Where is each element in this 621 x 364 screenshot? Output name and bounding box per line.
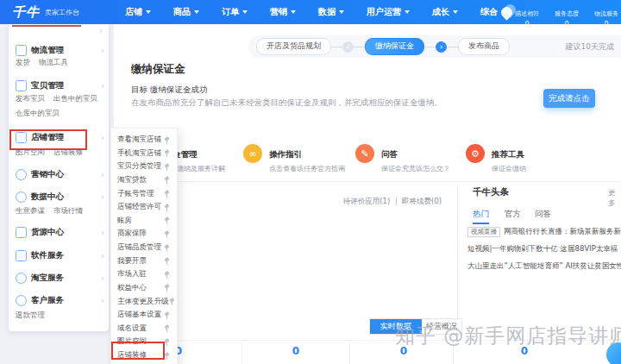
news-more-link[interactable]: 更多: [608, 188, 621, 209]
column-divider: [349, 342, 350, 364]
sidebar-link-publish-item[interactable]: 发布宝贝: [16, 94, 45, 104]
pin-icon[interactable]: [164, 230, 171, 238]
flyout-item-rights-center[interactable]: 权益中心: [111, 282, 177, 294]
pin-icon[interactable]: [164, 311, 171, 319]
sidebar-item-shop-management[interactable]: 店铺管理›: [16, 131, 104, 144]
news-tab-qa[interactable]: 问答: [535, 209, 551, 220]
pin-icon[interactable]: [164, 271, 171, 279]
flyout-item-entity-change[interactable]: 主体变更及升级: [111, 296, 177, 308]
sidebar: › 物流管理› 发货 物流工具 宝贝管理› 发布宝贝 出售中的宝贝 仓库中的宝贝…: [9, 24, 109, 331]
chevron-right-icon: ›: [101, 193, 104, 202]
flyout-item-quality-management[interactable]: 店铺品质管理: [111, 242, 177, 254]
flyout-item-merchant-protection[interactable]: 商家保障: [111, 228, 177, 240]
flyout-item-shop-decoration[interactable]: 店铺装修: [111, 349, 177, 361]
sidebar-link-ship[interactable]: 发货: [16, 58, 30, 68]
sidebar-link-refund-management[interactable]: 退款管理: [16, 311, 45, 321]
sidebar-link-image-space[interactable]: 图片空间: [16, 147, 45, 158]
flyout-item-domain-settings[interactable]: 域名设置: [111, 323, 177, 335]
nav-item-orders[interactable]: 订单: [210, 6, 259, 18]
box-icon: [16, 80, 27, 91]
sidebar-item-logistics[interactable]: 物流管理›: [16, 44, 104, 57]
news-tab-hot[interactable]: 热门: [473, 209, 489, 220]
flyout-item-view-taobao-shop[interactable]: 查看淘宝店铺: [111, 134, 177, 146]
pin-icon[interactable]: [164, 244, 171, 252]
pin-icon[interactable]: [164, 136, 171, 144]
flyout-item-mobile-taobao-shop[interactable]: 手机淘宝店铺: [111, 147, 177, 160]
pin-icon[interactable]: [164, 217, 171, 224]
sidebar-link-items-on-sale[interactable]: 出售中的宝贝: [53, 94, 97, 104]
pin-icon[interactable]: [164, 352, 171, 360]
deposit-section-title: 缴纳保证金: [131, 62, 185, 77]
nav-item-data[interactable]: 数据: [307, 6, 355, 18]
chevron-right-icon: ›: [101, 171, 104, 179]
pin-icon[interactable]: [164, 284, 171, 292]
onboarding-steps: 开店及货品规划 ✓ 缴纳保证金 › 发布商品 建议10天完成: [248, 35, 621, 58]
panel-divider: [457, 186, 458, 335]
floating-help-button[interactable]: [606, 342, 621, 364]
step-shop-planning[interactable]: 开店及货品规划: [256, 38, 331, 55]
pending-review-note[interactable]: 待评价应用(1) ｜ 即将续费(0): [343, 197, 442, 207]
nav-item-user-operations[interactable]: 用户运营: [355, 6, 421, 18]
link-icon: ∞: [243, 144, 262, 163]
steps-hint: 建议10天完成: [566, 41, 614, 53]
step-arrow-icon: ›: [436, 41, 447, 53]
pin-icon[interactable]: [164, 338, 171, 346]
stat-value-2: 0: [279, 345, 313, 357]
complete-click-button[interactable]: 完成请点击: [543, 89, 595, 108]
news-tab-official[interactable]: 官方: [505, 209, 521, 220]
sidebar-link-warehouse-items[interactable]: 仓库中的宝贝: [16, 109, 60, 119]
nav-item-growth[interactable]: 成长: [421, 6, 469, 18]
chevron-right-icon: ›: [99, 26, 103, 35]
step-pay-deposit[interactable]: 缴纳保证金: [365, 38, 424, 55]
flyout-item-market-entry[interactable]: 市场入驻: [111, 268, 177, 280]
news-item[interactable]: 短视频|一年购物剁下数十亿 这届88VIP太幸福: [467, 244, 621, 254]
flyout-item-basic-settings[interactable]: 店铺基本设置: [111, 309, 177, 321]
sidebar-item-data-center[interactable]: 数据中心›: [16, 191, 104, 204]
pin-icon[interactable]: [164, 324, 171, 332]
chevron-right-icon: ›: [101, 229, 104, 237]
pencil-icon: ✎: [355, 144, 374, 163]
sidebar-item-supply-center[interactable]: 货源中心›: [16, 226, 104, 239]
sidebar-link-market-trends[interactable]: 市场行情: [53, 206, 83, 217]
sidebar-item-customer-service[interactable]: 客户服务›: [16, 294, 104, 307]
flyout-item-item-category[interactable]: 宝贝分类管理: [111, 160, 177, 173]
nav-item-products[interactable]: 商品: [162, 6, 210, 18]
sidebar-link-logistics-tools[interactable]: 物流工具: [39, 58, 68, 68]
flyout-item-image-space[interactable]: 图片空间: [111, 336, 177, 348]
card-recommended-tools[interactable]: ⚙ 推荐工具 保证金缴纳: [466, 144, 526, 173]
flyout-item-taobao-loan[interactable]: 淘宝贷款: [111, 174, 177, 186]
pin-icon[interactable]: [164, 204, 171, 211]
news-item[interactable]: 大山里走出“人工智能培育师” AI扶贫让贫困女性家...: [467, 261, 621, 272]
sidebar-item-taobao-services[interactable]: 淘宝服务›: [16, 272, 104, 285]
pin-icon[interactable]: [164, 257, 171, 265]
shop-rating-summary: 描述相符0 服务态度0 物流服务0: [507, 3, 621, 28]
flyout-item-accounting[interactable]: 账房: [111, 215, 177, 227]
wrench-icon: ⚙: [466, 144, 485, 163]
step-publish-product[interactable]: 发布商品: [458, 38, 510, 55]
flyout-item-invoice[interactable]: 我要开票: [111, 255, 177, 267]
nav-item-marketing[interactable]: 营销: [259, 6, 307, 18]
pin-icon[interactable]: [164, 163, 171, 171]
main-nav: 店铺 商品 订单 营销 数据 用户运营 成长 综合: [114, 6, 518, 18]
pin-icon[interactable]: [164, 176, 171, 184]
sidebar-item-item-management[interactable]: 宝贝管理›: [16, 79, 104, 92]
nav-item-shop[interactable]: 店铺: [114, 6, 162, 18]
flyout-item-subaccount[interactable]: 子账号管理: [111, 188, 177, 200]
card-operation-guide[interactable]: ∞ 操作指引 点击查看该任务官方指南: [243, 144, 345, 173]
news-item-text: 大山里走出“人工智能培育师” AI扶贫让贫困女性家...: [467, 261, 621, 272]
card-qa[interactable]: ✎ 问答 保证金究竟该怎么交？: [355, 144, 450, 173]
pin-icon[interactable]: [164, 149, 171, 157]
card-title: 问答: [381, 149, 398, 159]
pin-icon[interactable]: [164, 190, 171, 198]
sidebar-item-software-services[interactable]: 软件服务›: [16, 249, 104, 262]
sidebar-link-shop-decoration[interactable]: 店铺装修: [53, 147, 83, 158]
card-subtitle: 保证金究竟该怎么交？: [381, 164, 450, 173]
chevron-right-icon: ›: [101, 82, 104, 91]
news-item[interactable]: 视频直播 网商银行行长直播：新场景新服务新优...: [467, 227, 621, 237]
pin-icon[interactable]: [169, 298, 176, 305]
flyout-item-business-license[interactable]: 店铺经营许可: [111, 201, 177, 213]
chevron-down-icon: [194, 10, 199, 14]
sidebar-link-business-advisor[interactable]: 生意参谋: [16, 206, 45, 217]
sidebar-item-marketing-center[interactable]: 营销中心›: [16, 168, 104, 181]
card-title: 操作指引: [269, 149, 302, 159]
